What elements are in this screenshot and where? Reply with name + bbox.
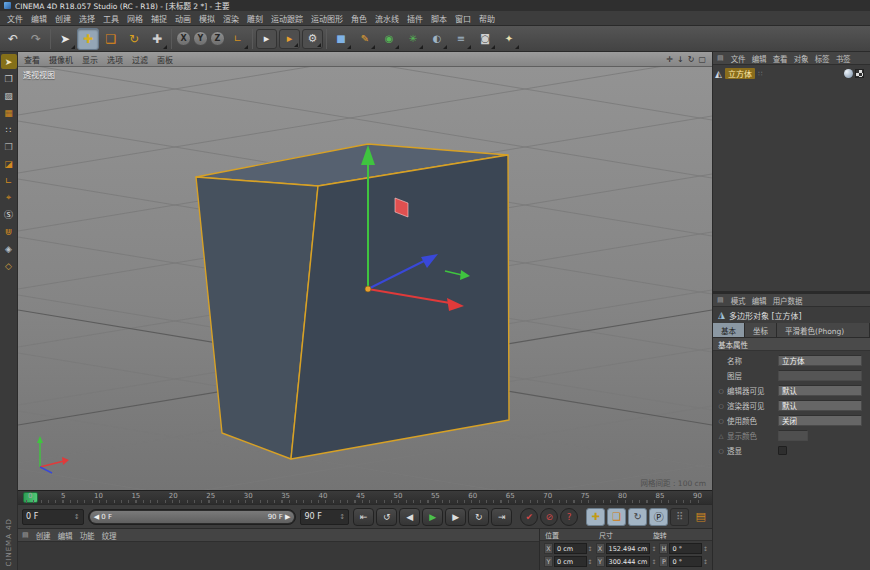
object-manager-menu-item[interactable]: 查看 bbox=[773, 53, 788, 64]
viewport-menu-item[interactable]: 选项 bbox=[107, 54, 123, 65]
object-name[interactable]: 立方体 bbox=[725, 68, 755, 79]
attribute-menu-item[interactable]: 编辑 bbox=[752, 295, 767, 306]
perspective-viewport[interactable]: 透视视图 网格间距 : 100 cm bbox=[18, 67, 712, 490]
workplane-mode[interactable]: ▦ bbox=[1, 105, 17, 120]
range-right-arrow-icon[interactable]: ▶ bbox=[283, 513, 291, 521]
render-view[interactable]: ▸ bbox=[256, 29, 277, 49]
stepper-arrows-icon[interactable]: ↕ bbox=[74, 513, 80, 521]
timeline-tick[interactable]: 80 bbox=[618, 492, 627, 500]
object-manager-menu-item[interactable]: 文件 bbox=[731, 53, 746, 64]
timeline-tick[interactable]: 45 bbox=[356, 492, 365, 500]
cube-object[interactable] bbox=[196, 144, 509, 459]
timeline-tick[interactable]: 65 bbox=[506, 492, 515, 500]
material-list-area[interactable] bbox=[18, 542, 539, 570]
timeline-tick[interactable]: 70 bbox=[543, 492, 552, 500]
timeline-tick[interactable]: 55 bbox=[431, 492, 440, 500]
current-frame-stepper[interactable]: 0 F↕ bbox=[22, 509, 84, 525]
coordinate-value-field[interactable]: 0 ° bbox=[669, 543, 702, 554]
autokey-toggle[interactable]: ⊘ bbox=[540, 508, 558, 526]
keyframe-selection[interactable]: ? bbox=[560, 508, 578, 526]
menu-item[interactable]: 渲染 bbox=[219, 13, 243, 24]
subdivision-surface[interactable]: ◉ bbox=[378, 28, 400, 50]
viewport-menu-item[interactable]: 面板 bbox=[157, 54, 173, 65]
timeline-tick[interactable]: 40 bbox=[319, 492, 328, 500]
object-manager-menu-item[interactable]: 对象 bbox=[794, 53, 809, 64]
uvw-tag-icon[interactable] bbox=[855, 69, 864, 78]
stepper-arrows-icon[interactable]: ↕ bbox=[339, 513, 345, 521]
material-menu-item[interactable]: 编辑 bbox=[58, 530, 73, 541]
menu-item[interactable]: 创建 bbox=[51, 13, 75, 24]
attribute-value-field[interactable]: 立方体 bbox=[778, 355, 862, 366]
lock-y-axis[interactable]: Y bbox=[193, 31, 208, 46]
stepper-arrows-icon[interactable]: ↕ bbox=[703, 545, 708, 552]
pan-view-icon[interactable]: ✛ bbox=[666, 55, 673, 64]
timeline-tick[interactable]: 5 bbox=[61, 492, 65, 500]
timeline-tick[interactable]: 75 bbox=[581, 492, 590, 500]
object-manager-menu-item[interactable]: 书签 bbox=[836, 53, 851, 64]
keyframe-dot-icon[interactable]: ○ bbox=[718, 447, 724, 454]
zoom-view-icon[interactable]: ↓ bbox=[677, 55, 684, 64]
axis-mode[interactable]: ∟ bbox=[1, 173, 17, 188]
material-menu-item[interactable]: 功能 bbox=[80, 530, 95, 541]
menu-item[interactable]: 运动图形 bbox=[307, 13, 347, 24]
menu-item[interactable]: 文件 bbox=[3, 13, 27, 24]
next-frame[interactable]: ▶ bbox=[445, 508, 466, 526]
last-used-tool[interactable]: ✚ bbox=[146, 28, 168, 50]
attribute-value-field[interactable]: 关闭 bbox=[778, 415, 862, 426]
viewport-menu-item[interactable]: 显示 bbox=[82, 54, 98, 65]
phong-tag-icon[interactable] bbox=[844, 69, 853, 78]
key-pla-toggle[interactable]: ⠿ bbox=[670, 508, 689, 526]
object-manager[interactable]: ◭ 立方体 ∶∶ bbox=[713, 65, 870, 291]
environment[interactable]: ◐ bbox=[426, 28, 448, 50]
attribute-value-field[interactable] bbox=[778, 430, 808, 441]
menu-item[interactable]: 插件 bbox=[403, 13, 427, 24]
object-row[interactable]: ◭ 立方体 ∶∶ bbox=[715, 66, 868, 81]
viewport-solo[interactable]: ⌖ bbox=[1, 190, 17, 205]
key-scale-toggle[interactable]: ❑ bbox=[607, 508, 626, 526]
gizmo-center-handle[interactable] bbox=[365, 286, 371, 292]
attribute-value-field[interactable]: 默认 bbox=[778, 385, 862, 396]
undo-button[interactable]: ↶ bbox=[2, 28, 24, 50]
go-to-end[interactable]: ⇥ bbox=[491, 508, 512, 526]
material-menu-item[interactable]: 纹理 bbox=[102, 530, 117, 541]
attribute-tab[interactable]: 平滑着色(Phong) bbox=[777, 323, 870, 337]
timeline-tick[interactable]: 15 bbox=[131, 492, 140, 500]
attribute-value-field[interactable] bbox=[778, 446, 787, 455]
stepper-arrows-icon[interactable]: ↕ bbox=[651, 545, 656, 552]
attribute-tab[interactable]: 基本 bbox=[713, 323, 745, 337]
record-keyframe[interactable]: ✔ bbox=[520, 508, 538, 526]
stepper-arrows-icon[interactable]: ↕ bbox=[651, 558, 656, 565]
viewport-menu-item[interactable]: 摄像机 bbox=[49, 54, 73, 65]
frame-range-slider[interactable]: ◀ 0 F 90 F ▶ bbox=[88, 509, 297, 525]
attribute-menu-item[interactable]: 用户数据 bbox=[773, 295, 803, 306]
timeline-tick[interactable]: 10 bbox=[94, 492, 103, 500]
menu-item[interactable]: 工具 bbox=[99, 13, 123, 24]
menu-item[interactable]: 选择 bbox=[75, 13, 99, 24]
scale-tool[interactable]: ❑ bbox=[100, 28, 122, 50]
camera[interactable]: ◙ bbox=[474, 28, 496, 50]
coordinate-value-field[interactable]: 0 ° bbox=[669, 556, 702, 567]
timeline-tick[interactable]: 60 bbox=[468, 492, 477, 500]
coordinate-value-field[interactable]: 300.444 cm bbox=[606, 556, 651, 567]
menu-item[interactable]: 窗口 bbox=[451, 13, 475, 24]
lock-z-axis[interactable]: Z bbox=[210, 31, 225, 46]
object-manager-menu-item[interactable]: 编辑 bbox=[752, 53, 767, 64]
menu-item[interactable]: 帮助 bbox=[475, 13, 499, 24]
attribute-value-field[interactable]: 默认 bbox=[778, 400, 862, 411]
menu-item[interactable]: 雕刻 bbox=[243, 13, 267, 24]
timeline-tick[interactable]: 50 bbox=[393, 492, 402, 500]
key-position-toggle[interactable]: ✚ bbox=[586, 508, 605, 526]
menu-item[interactable]: 脚本 bbox=[427, 13, 451, 24]
deformer[interactable]: ✳ bbox=[402, 28, 424, 50]
floor[interactable]: ≡ bbox=[450, 28, 472, 50]
go-to-start[interactable]: ⇤ bbox=[353, 508, 374, 526]
key-parameter-toggle[interactable]: Ⓟ bbox=[649, 508, 668, 526]
timeline-tick[interactable]: 90 bbox=[693, 492, 702, 500]
menu-item[interactable]: 动画 bbox=[171, 13, 195, 24]
menu-item[interactable]: 角色 bbox=[347, 13, 371, 24]
render-picture-viewer[interactable]: ▸ bbox=[279, 29, 300, 49]
spline-pen[interactable]: ✎ bbox=[354, 28, 376, 50]
play[interactable]: ▶ bbox=[422, 508, 443, 526]
redo-button[interactable]: ↷ bbox=[25, 28, 47, 50]
timeline-tick[interactable]: 35 bbox=[281, 492, 290, 500]
